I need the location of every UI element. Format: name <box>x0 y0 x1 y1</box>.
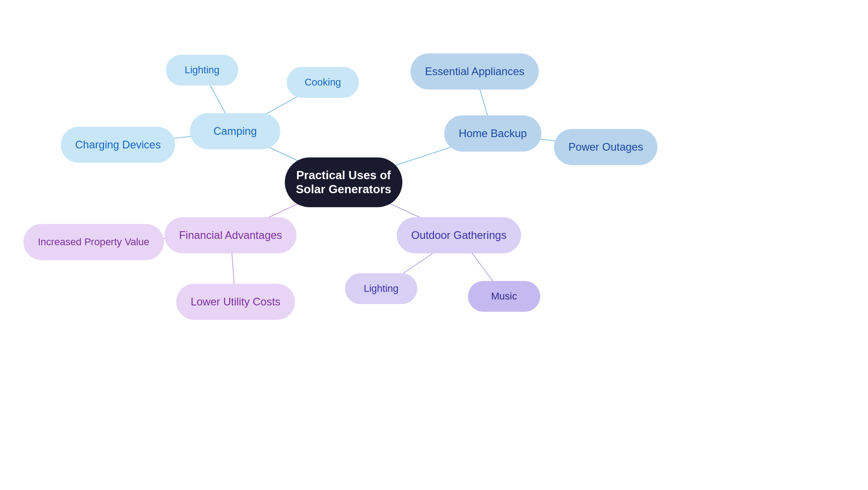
camping-label: Camping <box>213 125 257 138</box>
home-backup-label: Home Backup <box>459 127 527 140</box>
power-outages-node[interactable]: Power Outages <box>554 129 657 165</box>
lower-utility-costs-label: Lower Utility Costs <box>191 295 281 308</box>
music-node[interactable]: Music <box>468 281 540 312</box>
increased-property-value-label: Increased Property Value <box>38 236 150 248</box>
lighting-camping-label: Lighting <box>184 64 219 76</box>
lighting-outdoor-label: Lighting <box>363 283 398 295</box>
outdoor-gatherings-label: Outdoor Gatherings <box>411 229 507 242</box>
essential-appliances-label: Essential Appliances <box>425 65 524 78</box>
center-node: Practical Uses of Solar Generators <box>285 157 402 207</box>
power-outages-label: Power Outages <box>568 141 643 153</box>
financial-advantages-node[interactable]: Financial Advantages <box>165 217 297 253</box>
charging-devices-node[interactable]: Charging Devices <box>61 127 175 163</box>
camping-node[interactable]: Camping <box>190 113 280 149</box>
increased-property-value-node[interactable]: Increased Property Value <box>24 224 164 260</box>
financial-advantages-label: Financial Advantages <box>179 229 282 242</box>
charging-devices-label: Charging Devices <box>75 138 160 151</box>
outdoor-gatherings-node[interactable]: Outdoor Gatherings <box>397 217 521 253</box>
center-node-label: Practical Uses of Solar Generators <box>285 168 402 196</box>
lighting-camping-node[interactable]: Lighting <box>166 55 238 86</box>
home-backup-node[interactable]: Home Backup <box>444 115 542 152</box>
lower-utility-costs-node[interactable]: Lower Utility Costs <box>176 284 295 320</box>
cooking-label: Cooking <box>305 76 341 88</box>
cooking-node[interactable]: Cooking <box>287 67 359 98</box>
lighting-outdoor-node[interactable]: Lighting <box>345 273 417 304</box>
music-label: Music <box>491 290 517 302</box>
essential-appliances-node[interactable]: Essential Appliances <box>410 53 539 90</box>
